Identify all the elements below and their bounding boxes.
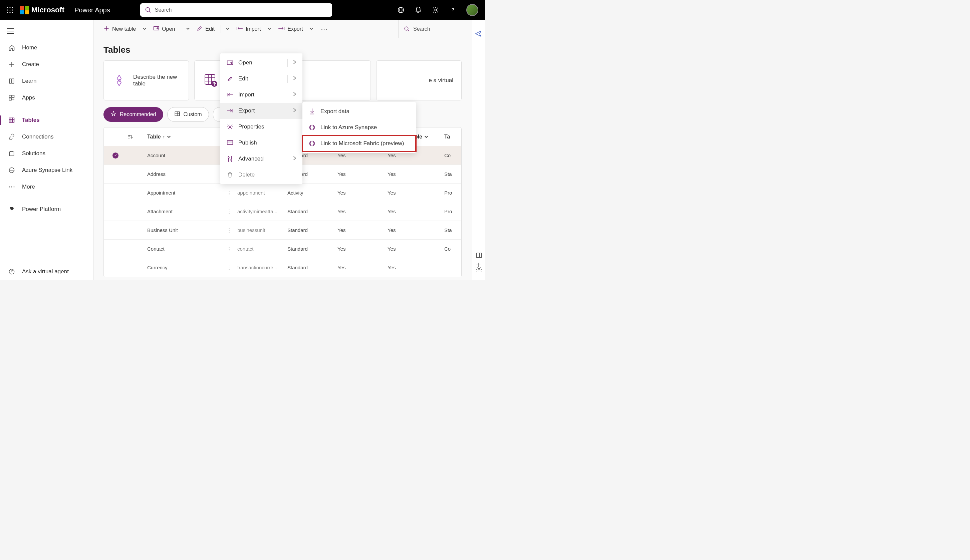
import-button[interactable]: Import (233, 24, 264, 34)
menu-advanced[interactable]: Advanced (220, 151, 302, 167)
settings-icon[interactable] (432, 6, 440, 14)
context-menu: Open Edit Import Export Properties Publi… (220, 53, 302, 184)
new-table-button[interactable]: New table (100, 23, 139, 35)
edit-button[interactable]: Edit (193, 23, 218, 35)
cell-customizable: Yes (388, 227, 444, 233)
cell-managed: Yes (337, 208, 388, 214)
help-icon[interactable] (449, 6, 457, 14)
row-actions-button[interactable]: ⋮ (221, 208, 237, 215)
row-actions-button[interactable]: ⋮ (221, 190, 237, 196)
import-chevron[interactable] (265, 24, 273, 34)
export-button[interactable]: Export (275, 24, 306, 34)
search-icon (145, 7, 152, 13)
row-actions-button[interactable]: ⋮ (221, 227, 237, 233)
submenu-export-data[interactable]: Export data (302, 103, 416, 120)
sidebar-item-create[interactable]: Create (0, 56, 93, 73)
plus-icon (103, 25, 110, 33)
more-icon (8, 183, 15, 190)
cell-managed: Yes (337, 190, 388, 195)
star-icon (110, 111, 117, 118)
notifications-icon[interactable] (414, 6, 422, 14)
card-label: e a virtual (428, 77, 453, 84)
svg-point-4 (9, 9, 10, 10)
pill-recommended[interactable]: Recommended (103, 107, 163, 122)
table-row[interactable]: Appointment ⋮ appointment Activity Yes Y… (104, 183, 461, 202)
synapse-icon (8, 167, 15, 174)
app-launcher-icon[interactable] (3, 3, 17, 17)
header-sort-icon[interactable] (127, 134, 147, 140)
svg-point-0 (7, 7, 8, 8)
menu-export[interactable]: Export (220, 103, 302, 119)
card-describe-table[interactable]: Describe the new table (103, 60, 189, 100)
row-checkbox[interactable]: ✓ (112, 153, 118, 158)
svg-rect-26 (9, 118, 14, 122)
sidebar-item-tables[interactable]: Tables (0, 112, 93, 128)
export-chevron[interactable] (307, 24, 315, 34)
submenu-link-synapse[interactable]: Link to Azure Synapse (302, 120, 416, 135)
menu-edit[interactable]: Edit (220, 71, 302, 87)
sidebar-item-label: Learn (22, 78, 37, 85)
menu-publish[interactable]: Publish (220, 135, 302, 151)
cell-logical-name: activitymimeatta... (237, 208, 287, 214)
svg-rect-31 (9, 152, 14, 156)
more-commands-button[interactable]: ⋯ (317, 23, 332, 35)
panel-icon[interactable] (476, 252, 482, 260)
table-row[interactable]: Business Unit ⋮ businessunit Standard Ye… (104, 221, 461, 240)
cell-customizable: Yes (388, 246, 444, 252)
grid-upload-icon (203, 72, 219, 89)
microsoft-flag-icon (20, 6, 29, 14)
solutions-icon (8, 150, 15, 157)
sidebar-item-synapse[interactable]: Azure Synapse Link (0, 162, 93, 178)
command-bar: New table Open Edit Import Export ⋯ Sear… (93, 20, 472, 38)
row-actions-button[interactable]: ⋮ (221, 265, 237, 271)
power-platform-icon (8, 206, 15, 213)
menu-delete[interactable]: Delete (220, 167, 302, 183)
sidebar-item-learn[interactable]: Learn (0, 73, 93, 90)
table-row[interactable]: Attachment ⋮ activitymimeatta... Standar… (104, 202, 461, 221)
header-tags[interactable]: Ta (444, 134, 462, 140)
svg-point-75 (228, 157, 229, 158)
new-table-chevron[interactable] (140, 24, 148, 34)
open-icon (226, 60, 234, 65)
sidebar-item-connections[interactable]: Connections (0, 128, 93, 145)
product-name: Power Apps (75, 6, 110, 14)
cell-customizable: Yes (388, 265, 444, 270)
user-avatar[interactable] (466, 4, 478, 16)
pill-custom[interactable]: Custom (167, 107, 209, 122)
sidebar-item-solutions[interactable]: Solutions (0, 145, 93, 162)
svg-point-70 (229, 126, 231, 128)
open-chevron[interactable] (184, 24, 192, 34)
table-row[interactable]: Currency ⋮ transactioncurre... Standard … (104, 258, 461, 277)
submenu-link-fabric[interactable]: Link to Microsoft Fabric (preview) (302, 135, 416, 152)
sidebar-item-label: Connections (22, 133, 54, 140)
cell-type: Standard (287, 246, 337, 252)
global-search-input[interactable]: Search (140, 3, 332, 17)
menu-properties[interactable]: Properties (220, 119, 302, 135)
table-row[interactable]: Contact ⋮ contact Standard Yes Yes Co (104, 240, 461, 258)
chevron-right-icon (293, 59, 297, 66)
chevron-right-icon (293, 75, 297, 82)
brand-text: Microsoft (32, 6, 64, 14)
svg-point-5 (12, 9, 13, 10)
cell-table-name: Contact (147, 246, 221, 252)
sidebar-item-more[interactable]: More (0, 178, 93, 195)
card-virtual-table[interactable]: e a virtual (376, 60, 462, 100)
sidebar-item-home[interactable]: Home (0, 39, 93, 56)
gear-icon[interactable] (476, 266, 482, 274)
svg-point-14 (435, 9, 437, 11)
sidebar-item-power-platform[interactable]: Power Platform (0, 201, 93, 218)
sidebar-footer-ask-agent[interactable]: Ask a virtual agent (0, 263, 93, 280)
hamburger-icon[interactable] (0, 24, 93, 39)
send-icon[interactable] (475, 30, 482, 39)
row-actions-button[interactable]: ⋮ (221, 246, 237, 252)
header-table[interactable]: Table ↑ (147, 134, 221, 140)
menu-open[interactable]: Open (220, 55, 302, 71)
menu-import[interactable]: Import (220, 87, 302, 103)
sidebar-item-apps[interactable]: Apps (0, 90, 93, 106)
table-search-input[interactable]: Search (398, 20, 465, 38)
open-button[interactable]: Open (150, 24, 178, 34)
microsoft-logo: Microsoft (20, 6, 64, 14)
environment-icon[interactable] (397, 6, 405, 14)
svg-point-6 (7, 12, 8, 13)
edit-chevron[interactable] (223, 24, 232, 34)
